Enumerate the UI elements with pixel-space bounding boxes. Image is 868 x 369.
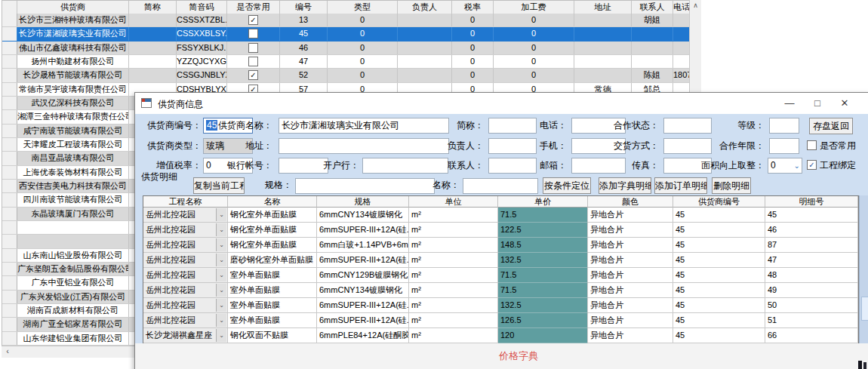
detail-row[interactable]: 岳州北控花园⌄室外单面贴膜6mmCNY129B镀膜钢化m²71.5异地合片454… bbox=[143, 268, 858, 283]
scroll-up-icon[interactable]: ∧ bbox=[690, 0, 701, 12]
combo-arrow-icon[interactable]: ⌄ bbox=[216, 208, 226, 221]
column-header[interactable]: 是否常用 bbox=[227, 1, 280, 14]
add-order-detail-button[interactable]: 添加订单明细 bbox=[654, 177, 707, 194]
combo-arrow-icon[interactable]: ⌄ bbox=[216, 269, 226, 281]
detail-row[interactable]: 岳州北控花园⌄钢化室外单面贴膜6mm白玻+1.14PVB+6mm...m²148… bbox=[143, 238, 858, 253]
delete-detail-button[interactable]: 删除明细 bbox=[712, 177, 751, 194]
detail-cell: 6mmCNY129B镀膜钢化 bbox=[317, 268, 409, 283]
detail-cell: 87 bbox=[765, 238, 858, 253]
save-return-button[interactable]: 存盘返回 bbox=[809, 118, 853, 134]
add-dict-detail-button[interactable]: 添加字典明细 bbox=[599, 177, 651, 194]
supplier-row[interactable]: 佛山市亿鑫玻璃科技有限公司FSSYXBLKJ...46000 bbox=[2, 42, 690, 55]
combo-arrow-icon[interactable]: ⌄ bbox=[216, 314, 226, 327]
dropdown-arrow-icon[interactable]: ⌄ bbox=[794, 160, 800, 171]
checkbox-icon[interactable] bbox=[807, 140, 817, 150]
detail-row[interactable]: 岳州北控花园⌄室外单面贴膜6mmCNY134镀膜钢化m²71.5异地合片4549 bbox=[143, 283, 858, 298]
detail-cell: 钢化室外单面贴膜 bbox=[228, 223, 317, 238]
column-header[interactable]: 地址 bbox=[574, 1, 632, 14]
is-common-label: 是否常用 bbox=[820, 140, 856, 151]
checkbox-icon[interactable]: ✓ bbox=[807, 160, 817, 170]
project-combo-cell[interactable]: 岳州北控花园⌄ bbox=[143, 298, 228, 313]
combo-arrow-icon[interactable]: ⌄ bbox=[216, 299, 226, 312]
grade-input[interactable] bbox=[769, 118, 799, 134]
column-header[interactable]: 简称 bbox=[129, 1, 177, 14]
supplier-cell: 长沙市潇湘玻璃实业有限公司 bbox=[17, 27, 129, 40]
locate-button[interactable]: 按条件定位 bbox=[543, 177, 591, 194]
column-header[interactable]: 工程名称 bbox=[143, 196, 228, 208]
column-header[interactable]: 单位 bbox=[409, 196, 498, 208]
column-header[interactable]: 供货商编号 bbox=[673, 196, 765, 208]
address-input[interactable] bbox=[279, 138, 449, 154]
column-header[interactable]: 编号 bbox=[280, 1, 328, 14]
project-combo-cell[interactable]: 岳州北控花园⌄ bbox=[143, 208, 228, 223]
common-use-checkbox[interactable]: ✓ bbox=[248, 15, 258, 25]
column-header[interactable]: 负责人 bbox=[398, 1, 452, 14]
delivery-input[interactable] bbox=[663, 138, 712, 154]
detail-cell: m² bbox=[409, 283, 498, 298]
combo-arrow-icon[interactable]: ⌄ bbox=[216, 284, 226, 297]
row-header-cell bbox=[2, 166, 17, 179]
scroll-left-icon[interactable]: ‹ bbox=[2, 346, 14, 358]
project-combo-cell[interactable]: 岳州北控花园⌄ bbox=[143, 238, 228, 253]
detail-cell: 钢化室外单面贴膜 bbox=[228, 238, 317, 253]
area-round-up-select[interactable]: 0⌄ bbox=[768, 158, 802, 174]
detail-row[interactable]: 岳州北控花园⌄钢化室外单面贴膜6mmCNY134镀膜钢化m²71.5异地合片45… bbox=[143, 208, 858, 223]
column-header[interactable]: 加工费 bbox=[494, 1, 574, 14]
scrollbar-thumb[interactable] bbox=[861, 297, 868, 321]
column-header[interactable]: 规格 bbox=[317, 196, 409, 208]
spec-filter-input[interactable] bbox=[295, 178, 435, 194]
is-common-checkbox[interactable]: 是否常用 bbox=[807, 140, 856, 152]
row-header-cell bbox=[2, 14, 17, 26]
supplier-cell bbox=[574, 55, 632, 68]
supplier-cell: 47 bbox=[280, 55, 328, 68]
bank-name-input[interactable] bbox=[362, 158, 448, 174]
coop-status-input[interactable] bbox=[663, 118, 712, 134]
combo-arrow-icon[interactable]: ⌄ bbox=[216, 223, 226, 236]
column-header[interactable]: 名称 bbox=[228, 196, 317, 208]
detail-cell: 50 bbox=[765, 298, 858, 313]
project-bind-checkbox[interactable]: ✓工程绑定 bbox=[807, 160, 856, 171]
project-combo-cell[interactable]: 岳州北控花园⌄ bbox=[143, 283, 228, 298]
close-icon[interactable]: ✕ bbox=[833, 96, 856, 111]
project-combo-cell[interactable]: 岳州北控花园⌄ bbox=[143, 268, 228, 283]
supplier-name-input[interactable]: 长沙市潇湘玻璃实业有限公司 bbox=[279, 118, 449, 134]
column-header[interactable]: 税率 bbox=[452, 1, 494, 14]
detail-row[interactable]: 岳州北控花园⌄钢化室外单面贴膜6mmSUPER-III+12A(硅...m²12… bbox=[143, 223, 858, 238]
copy-project-button[interactable]: 复制当前工程 bbox=[193, 177, 245, 194]
project-combo-cell[interactable]: 岳州北控花园⌄ bbox=[143, 223, 228, 238]
detail-row[interactable]: 岳州北控花园⌄室外单面贴膜6mmSUPER-III+12A(硅...m²132.… bbox=[143, 298, 858, 313]
common-use-checkbox[interactable] bbox=[248, 29, 258, 38]
column-header[interactable]: 供货商 bbox=[17, 1, 129, 14]
project-combo-cell[interactable]: 岳州北控花园⌄ bbox=[143, 253, 228, 268]
combo-arrow-icon[interactable]: ⌄ bbox=[216, 238, 226, 251]
detail-row[interactable]: 长沙龙湖祺鑫星座⌄钢化双面不贴膜6mmPLE84+12A(硅酮胶...m²120… bbox=[143, 328, 858, 343]
column-header[interactable]: 明细号 bbox=[765, 196, 858, 208]
detail-row[interactable]: 岳州北控花园⌄室外单面贴膜6mmSUPER-III+12A(硅...m²126.… bbox=[143, 313, 858, 328]
common-use-checkbox[interactable] bbox=[248, 57, 258, 66]
row-header-cell bbox=[2, 97, 17, 109]
name-filter-input[interactable] bbox=[463, 178, 538, 194]
column-header[interactable]: 电话 bbox=[673, 1, 690, 14]
supplier-row[interactable]: 长沙市潇湘玻璃实业有限公司CSSXXBLSY...45000 bbox=[2, 27, 690, 41]
column-header[interactable]: 联系人 bbox=[632, 1, 673, 14]
supplier-cell: 0 bbox=[494, 55, 574, 68]
column-header[interactable]: 单价 bbox=[498, 196, 588, 208]
common-use-checkbox[interactable] bbox=[248, 43, 258, 53]
coop-years-input[interactable] bbox=[769, 138, 799, 154]
combo-arrow-icon[interactable]: ⌄ bbox=[216, 254, 226, 266]
column-header[interactable]: 类型 bbox=[328, 1, 398, 14]
supplier-cell: 扬州中勤建材有限公司 bbox=[17, 55, 129, 68]
detail-row[interactable]: 岳州北控花园⌄磨砂钢化室外单面贴膜6mmSUPER-III+12A(硅...m²… bbox=[143, 253, 858, 268]
supplier-row[interactable]: 长沙市三湘特种玻璃有限公司CSSSXTZBL...✓13000胡姐 bbox=[2, 14, 690, 27]
project-combo-cell[interactable]: 岳州北控花园⌄ bbox=[143, 313, 228, 328]
minimize-icon[interactable]: — bbox=[778, 96, 801, 111]
combo-arrow-icon[interactable]: ⌄ bbox=[216, 329, 226, 342]
dialog-titlebar[interactable]: 供货商信息 — □ ✕ bbox=[135, 93, 868, 114]
supplier-row[interactable]: 扬州中勤建材有限公司YZZQJCYXGS47000 bbox=[2, 55, 690, 69]
column-header[interactable]: 简音码 bbox=[177, 1, 227, 14]
project-combo-cell[interactable]: 长沙龙湖祺鑫星座⌄ bbox=[143, 328, 228, 343]
supplier-row[interactable]: 长沙晟格节能玻璃有限公司CSSGJNBLYXGS✓52000陈姐180751 bbox=[2, 69, 690, 82]
common-use-checkbox[interactable]: ✓ bbox=[248, 70, 258, 80]
column-header[interactable]: 颜色 bbox=[588, 196, 673, 208]
maximize-icon[interactable]: □ bbox=[806, 96, 829, 111]
